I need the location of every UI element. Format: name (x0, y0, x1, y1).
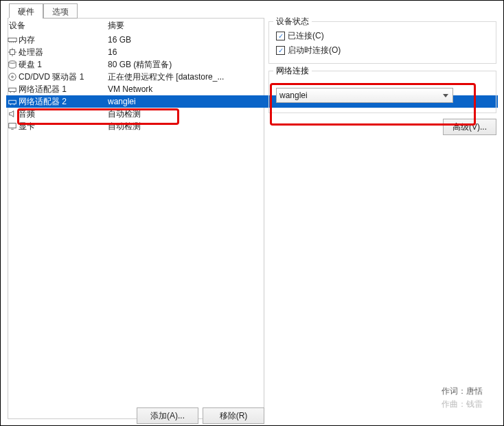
audio-icon (6, 109, 19, 119)
checkbox-icon: ✓ (276, 32, 285, 40)
tab-options[interactable]: 选项 (43, 3, 78, 19)
svg-point-12 (12, 76, 14, 78)
device-name: 网络适配器 2 (19, 96, 108, 108)
checkbox-connected[interactable]: ✓ 已连接(C) (276, 30, 489, 42)
advanced-button-row: 高级(V)... (268, 119, 496, 135)
checkbox-label: 启动时连接(O) (288, 45, 341, 56)
device-name: CD/DVD 驱动器 1 (19, 71, 108, 83)
composer-text: 作曲：钱雷 (442, 399, 483, 410)
svg-rect-13 (9, 88, 16, 91)
add-button[interactable]: 添加(A)... (137, 407, 198, 424)
svg-rect-16 (9, 100, 16, 104)
tab-strip: 硬件 选项 (9, 3, 78, 19)
checkbox-label: 已连接(C) (288, 30, 324, 42)
combo-value: wanglei (279, 91, 308, 100)
remove-button[interactable]: 移除(R) (203, 407, 264, 424)
memory-icon (6, 35, 19, 45)
checkbox-icon: ✓ (276, 46, 285, 55)
device-name: 内存 (19, 34, 108, 46)
network-connection-group: 网络连接 wanglei (268, 71, 496, 113)
advanced-button[interactable]: 高级(V)... (443, 119, 496, 135)
right-pane: 设备状态 ✓ 已连接(C) ✓ 启动时连接(O) 网络连接 wanglei 高级… (268, 21, 496, 135)
svg-rect-0 (8, 38, 16, 41)
device-status-group: 设备状态 ✓ 已连接(C) ✓ 启动时连接(O) (268, 21, 496, 64)
display-icon (6, 121, 19, 131)
device-name: 显卡 (19, 121, 108, 132)
header-device: 设备 (6, 20, 108, 34)
credits-overlay: 作词：唐恬 作曲：钱雷 (442, 386, 483, 410)
svg-rect-5 (10, 50, 15, 55)
svg-point-10 (9, 61, 16, 64)
checkbox-connect-at-poweron[interactable]: ✓ 启动时连接(O) (276, 45, 489, 56)
cpu-icon (6, 47, 19, 57)
nic-icon (6, 84, 19, 94)
svg-rect-19 (9, 123, 16, 128)
disk-icon (6, 60, 19, 69)
tab-hardware[interactable]: 硬件 (9, 3, 43, 19)
device-name: 网络适配器 1 (19, 84, 108, 95)
device-name: 处理器 (19, 47, 108, 58)
bottom-button-bar: 添加(A)... 移除(R) (8, 407, 264, 424)
lyricist-text: 作词：唐恬 (442, 386, 483, 397)
disc-icon (6, 72, 19, 82)
svg-point-11 (9, 73, 16, 81)
dialog-window: 硬件 选项 设备 摘要 内存 16 GB 处理器 16 硬盘 1 80 GB (… (0, 0, 504, 426)
device-name: 音频 (19, 108, 108, 120)
network-connection-legend: 网络连接 (273, 65, 312, 77)
device-name: 硬盘 1 (19, 59, 108, 71)
network-connection-combo[interactable]: wanglei (276, 88, 453, 103)
device-status-legend: 设备状态 (273, 16, 312, 27)
nic-icon (6, 97, 19, 106)
